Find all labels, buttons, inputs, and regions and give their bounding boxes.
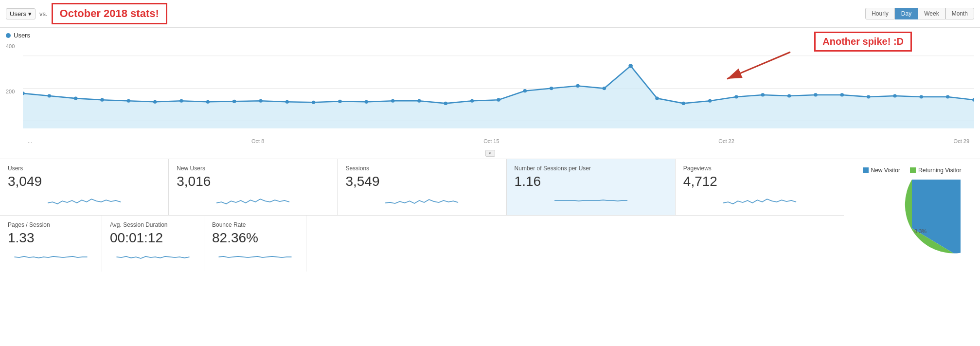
svg-point-29 xyxy=(628,64,633,68)
y-label-200: 200 xyxy=(6,89,23,94)
spike-annotation-box: Another spike! :D xyxy=(814,32,912,52)
svg-point-22 xyxy=(444,102,448,105)
svg-point-20 xyxy=(391,99,395,103)
metrics-section: Users 3,049 New Users 3,016 Sessions 3,5… xyxy=(0,159,844,272)
time-btn-day[interactable]: Day xyxy=(895,8,918,19)
y-axis-labels: 400 200 xyxy=(6,41,23,148)
svg-point-39 xyxy=(893,94,897,97)
x-label-oct8: Oct 8 xyxy=(251,138,264,144)
top-left-controls: Users ▾ vs. October 2018 stats! xyxy=(6,3,167,24)
svg-point-17 xyxy=(312,101,316,104)
svg-point-14 xyxy=(232,100,236,103)
svg-point-23 xyxy=(470,99,474,103)
legend-dot-users xyxy=(6,33,11,38)
svg-point-27 xyxy=(576,84,580,88)
time-buttons-group: Hourly Day Week Month xyxy=(865,8,974,19)
metric-avg-session-value: 00:01:12 xyxy=(110,230,196,246)
metric-bounce-rate-label: Bounce Rate xyxy=(212,221,298,228)
svg-point-25 xyxy=(523,89,527,92)
users-dropdown[interactable]: Users ▾ xyxy=(6,8,36,19)
users-dropdown-label: Users xyxy=(10,10,26,18)
legend-new-visitor-color xyxy=(863,167,869,173)
svg-point-11 xyxy=(153,100,157,104)
metric-bounce-rate-value: 82.36% xyxy=(212,230,298,246)
metric-sessions-per-user-label: Number of Sessions per User xyxy=(515,165,667,172)
svg-point-41 xyxy=(946,95,950,98)
svg-point-21 xyxy=(417,99,421,103)
svg-point-33 xyxy=(734,95,738,98)
metric-pages-per-session: Pages / Session 1.33 xyxy=(0,216,102,272)
metric-avg-session-label: Avg. Session Duration xyxy=(110,221,196,228)
top-bar: Users ▾ vs. October 2018 stats! Hourly D… xyxy=(0,0,980,28)
metric-users: Users 3,049 xyxy=(0,159,169,215)
svg-point-35 xyxy=(787,94,791,97)
legend-returning-visitor-color xyxy=(910,167,916,173)
svg-point-19 xyxy=(365,100,369,104)
metric-new-users-label: New Users xyxy=(177,165,329,172)
metric-users-sparkline xyxy=(8,193,160,208)
svg-point-16 xyxy=(285,100,289,104)
metric-new-users-sparkline xyxy=(177,193,329,208)
svg-point-24 xyxy=(497,98,500,102)
metric-pageviews-sparkline xyxy=(683,193,836,208)
expand-section: ▾ xyxy=(6,148,974,159)
annotation-spike-text: Another spike! :D xyxy=(822,36,904,47)
metric-sessions-label: Sessions xyxy=(345,165,498,172)
annotation-oct-text: October 2018 stats! xyxy=(60,7,159,19)
metric-pages-per-session-sparkline xyxy=(8,250,94,264)
y-label-400: 400 xyxy=(6,43,23,49)
svg-point-13 xyxy=(206,100,210,104)
svg-point-10 xyxy=(127,99,131,103)
svg-point-31 xyxy=(682,102,686,105)
expand-chart-button[interactable]: ▾ xyxy=(485,150,495,157)
x-label-oct22: Oct 22 xyxy=(718,138,734,144)
svg-point-28 xyxy=(603,87,606,90)
metric-sessions-sparkline xyxy=(345,193,498,208)
legend-returning-visitor: Returning Visitor xyxy=(910,167,962,174)
metrics-row-2: Pages / Session 1.33 Avg. Session Durati… xyxy=(0,216,844,272)
metric-sessions-per-user-sparkline xyxy=(515,193,667,208)
metric-pageviews-value: 4,712 xyxy=(683,174,836,189)
svg-point-38 xyxy=(867,95,871,98)
svg-point-9 xyxy=(100,98,104,102)
metric-avg-session-sparkline xyxy=(110,250,196,264)
metrics-row-1: Users 3,049 New Users 3,016 Sessions 3,5… xyxy=(0,159,844,216)
pie-chart xyxy=(863,180,961,277)
metric-users-label: Users xyxy=(8,165,160,172)
chart-container: 400 200 xyxy=(6,41,974,148)
svg-point-12 xyxy=(179,99,183,103)
metric-bounce-rate-sparkline xyxy=(212,250,298,264)
chart-svg-area xyxy=(23,41,974,133)
svg-point-30 xyxy=(655,97,659,100)
metric-sessions: Sessions 3,549 xyxy=(338,159,506,215)
legend-new-visitor-label: New Visitor xyxy=(871,167,900,174)
vs-label: vs. xyxy=(39,10,48,18)
svg-point-37 xyxy=(840,93,844,96)
metric-pageviews: Pageviews 4,712 xyxy=(676,159,844,215)
metric-sessions-per-user: Number of Sessions per User 1.16 xyxy=(507,159,676,215)
pie-legend: New Visitor Returning Visitor xyxy=(852,167,972,174)
legend-returning-visitor-label: Returning Visitor xyxy=(918,167,962,174)
metric-new-users-value: 3,016 xyxy=(177,174,329,189)
time-btn-hourly[interactable]: Hourly xyxy=(865,8,895,19)
metric-row2-empty xyxy=(306,216,844,272)
metric-pages-per-session-value: 1.33 xyxy=(8,230,94,246)
time-btn-week[interactable]: Week xyxy=(918,8,945,19)
metric-avg-session-duration: Avg. Session Duration 00:01:12 xyxy=(102,216,204,272)
x-label-start: ... xyxy=(28,138,32,144)
x-label-oct29: Oct 29 xyxy=(954,138,969,144)
svg-point-8 xyxy=(74,97,78,100)
metric-sessions-value: 3,549 xyxy=(345,174,498,189)
metric-bounce-rate: Bounce Rate 82.36% xyxy=(204,216,306,272)
x-axis-labels: ... Oct 8 Oct 15 Oct 22 Oct 29 xyxy=(23,138,974,144)
metric-pageviews-label: Pageviews xyxy=(683,165,836,172)
metric-users-value: 3,049 xyxy=(8,174,160,189)
svg-point-15 xyxy=(259,99,263,103)
svg-point-40 xyxy=(920,95,924,98)
time-btn-month[interactable]: Month xyxy=(945,8,974,19)
chart-section: Another spike! :D Users 400 200 xyxy=(0,28,980,159)
svg-point-36 xyxy=(814,93,818,96)
svg-marker-5 xyxy=(23,66,974,128)
legend-new-visitor: New Visitor xyxy=(863,167,900,174)
dropdown-arrow-icon: ▾ xyxy=(28,10,32,18)
